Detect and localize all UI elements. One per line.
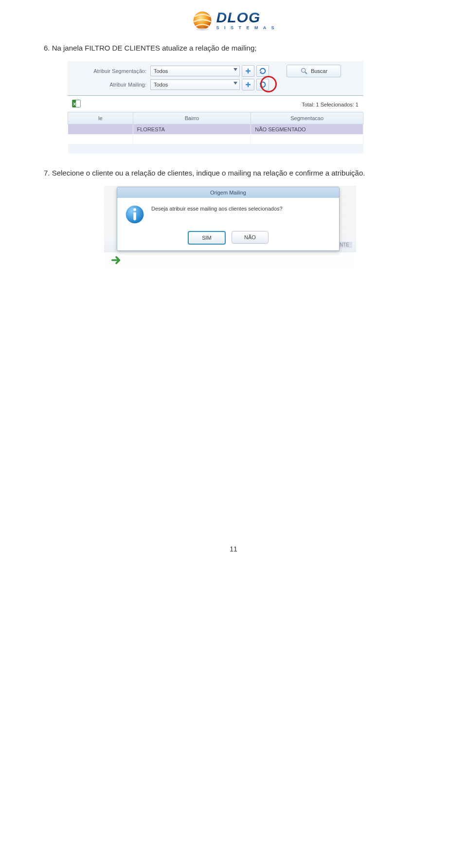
chevron-down-icon	[234, 68, 237, 71]
label-mailing: Atribuir Mailing:	[68, 82, 148, 88]
info-icon	[124, 204, 145, 225]
logo-name: DLOG	[216, 10, 276, 25]
dialog-title: Origem Mailing	[117, 187, 339, 198]
table-row	[68, 144, 363, 154]
confirm-dialog: Origem Mailing Deseja atribuir esse mail…	[117, 187, 340, 251]
svg-rect-7	[246, 84, 251, 85]
svg-rect-13	[133, 212, 136, 220]
clients-table: le Bairro Segmentacao FLORESTA NÃO SEGME…	[68, 112, 363, 154]
table-row	[68, 134, 363, 144]
table-row[interactable]: FLORESTA NÃO SEGMENTADO	[68, 124, 363, 135]
totals-text: Total: 1 Selecionados: 1	[302, 102, 359, 107]
svg-line-5	[305, 72, 307, 74]
page-number: 11	[44, 545, 423, 553]
magnifier-icon	[300, 67, 308, 75]
dlog-logo: DLOG S I S T E M A S	[191, 9, 276, 31]
document-header: DLOG S I S T E M A S	[44, 9, 423, 31]
arrow-right-icon	[111, 255, 122, 266]
confirm-yes-button[interactable]: SIM	[188, 231, 226, 245]
label-segment: Atribuir Segmentação:	[68, 68, 148, 74]
svg-text:X: X	[73, 102, 76, 106]
search-label: Buscar	[311, 68, 327, 74]
dialog-message: Deseja atribuir esse mailing aos cliente…	[151, 204, 283, 212]
refresh-segment-button[interactable]	[256, 65, 269, 77]
svg-rect-3	[246, 71, 251, 71]
no-label: NÃO	[244, 234, 256, 240]
dropdown-mailing[interactable]: Todos	[150, 79, 240, 90]
chevron-down-icon	[234, 82, 237, 85]
dropdown-mailing-value: Todos	[154, 82, 168, 88]
col-header-2[interactable]: Bairro	[133, 112, 251, 124]
col-header-3[interactable]: Segmentacao	[251, 112, 363, 124]
svg-point-1	[196, 28, 209, 31]
search-button[interactable]: Buscar	[287, 65, 341, 77]
screenshot-filter-clients: Atribuir Segmentação: Todos Buscar Atrib…	[67, 61, 364, 154]
export-excel-button[interactable]: X	[72, 99, 81, 110]
svg-point-12	[133, 208, 136, 211]
add-segment-button[interactable]	[242, 65, 254, 77]
refresh-mailing-button[interactable]	[256, 79, 269, 90]
excel-icon: X	[72, 99, 81, 108]
logo-subtitle: S I S T E M A S	[216, 26, 276, 30]
confirm-no-button[interactable]: NÃO	[232, 231, 269, 244]
yes-label: SIM	[202, 235, 212, 241]
svg-point-4	[302, 69, 305, 72]
step-7-text: 7. Selecione o cliente ou a relação de c…	[44, 169, 423, 177]
col-header-1[interactable]: le	[68, 112, 133, 124]
add-mailing-button[interactable]	[242, 79, 254, 90]
dropdown-segment[interactable]: Todos	[150, 66, 240, 76]
screenshot-confirm-dialog: Atribuir Segmentação: DIAMANTE Origem Ma…	[104, 186, 356, 268]
step-6-text: 6. Na janela FILTRO DE CLIENTES atualize…	[44, 44, 423, 52]
dropdown-segment-value: Todos	[154, 68, 168, 74]
dlog-globe-icon	[191, 9, 214, 31]
